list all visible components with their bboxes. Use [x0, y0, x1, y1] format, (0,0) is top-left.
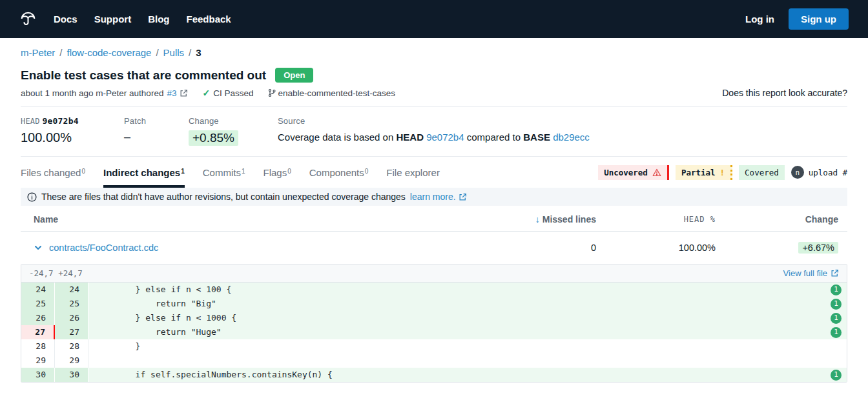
diff-panel: -24,7 +24,7 View full file 2424 } else i… [21, 264, 847, 383]
chevron-down-icon[interactable] [34, 243, 43, 252]
nav-link-feedback[interactable]: Feedback [187, 14, 231, 25]
head-line-number: 25 [55, 297, 88, 311]
tab-label: Components [309, 167, 364, 178]
upload-coverage-badge[interactable]: 1 [831, 370, 842, 381]
code-text: } else if n < 100 {1 [88, 283, 847, 297]
source-base-commit-link[interactable]: db29ecc [553, 132, 590, 143]
head-line-number: 30 [55, 368, 88, 382]
source-label: Source [278, 116, 590, 126]
external-link-icon[interactable] [180, 89, 188, 97]
diff-line: 2929 [21, 354, 847, 368]
column-header-name[interactable]: Name [34, 214, 473, 224]
stat-head: HEAD 9e072b4 100.00% [21, 116, 99, 145]
code-text [88, 354, 847, 368]
diff-line: 2727 return "Huge"1 [21, 325, 847, 339]
code-text: return "Big"1 [88, 297, 847, 311]
coverage-legend: Uncovered Partial ! Covered n upload # [598, 165, 847, 180]
upload-coverage-badge[interactable]: 1 [831, 327, 842, 338]
learn-more-link[interactable]: learn more. [410, 192, 456, 202]
code-text: } [88, 339, 847, 354]
breadcrumb: m-Peter/flow-code-coverage/Pulls/3 [21, 38, 847, 58]
report-accuracy-question[interactable]: Does this report look accurate? [722, 88, 847, 98]
diff-header: -24,7 +24,7 View full file [21, 264, 847, 283]
stat-source: Source Coverage data is based on HEAD 9e… [278, 116, 590, 143]
source-head-label: HEAD [396, 132, 424, 143]
tab-label: Flags [263, 167, 287, 178]
diff-hunk-range: -24,7 +24,7 [29, 268, 83, 278]
tab-count: 0 [287, 168, 291, 175]
tab-flags[interactable]: Flags0 [263, 157, 291, 188]
codecov-logo[interactable] [19, 10, 37, 28]
table-row: contracts/FooContract.cdc 0 100.00% +6.6… [21, 232, 847, 263]
base-line-number: 29 [21, 354, 55, 368]
tab-commits[interactable]: Commits1 [203, 157, 245, 188]
base-line-number: 28 [21, 339, 55, 354]
login-link[interactable]: Log in [745, 14, 774, 25]
source-text-prefix: Coverage data is based on [278, 132, 396, 143]
upload-coverage-badge[interactable]: 1 [831, 299, 842, 310]
diff-line: 2525 return "Big"1 [21, 297, 847, 311]
tab-files-changed[interactable]: Files changed0 [21, 157, 85, 188]
view-full-file-link[interactable]: View full file [783, 268, 827, 278]
breadcrumb-pulls[interactable]: Pulls [163, 47, 185, 58]
code-text: if self.specialNumbers.containsKey(n) {1 [88, 368, 847, 382]
tab-bar-tabs: Files changed0Indirect changes1Commits1F… [21, 157, 458, 188]
nav-links: Docs Support Blog Feedback [54, 14, 248, 25]
head-line-number: 26 [55, 311, 88, 325]
warning-triangle-icon [652, 168, 661, 177]
nav-link-docs[interactable]: Docs [54, 14, 78, 25]
column-header-change[interactable]: Change [716, 214, 838, 224]
source-base-label: BASE [523, 132, 550, 143]
head-line-number: 24 [55, 283, 88, 297]
tab-components[interactable]: Components0 [309, 157, 369, 188]
banner-text: These are files that didn't have author … [41, 192, 406, 202]
ci-check-icon: ✓ [202, 88, 210, 98]
pr-number-link[interactable]: #3 [167, 88, 176, 98]
upload-label: upload # [809, 168, 847, 177]
source-head-commit-link[interactable]: 9e072b4 [426, 132, 464, 143]
top-navbar: Docs Support Blog Feedback Log in Sign u… [0, 0, 868, 38]
pr-authored-text: about 1 month ago m-Peter authored [21, 88, 163, 98]
nav-link-support[interactable]: Support [94, 14, 132, 25]
column-header-missed-lines[interactable]: ↓ Missed lines [473, 214, 596, 224]
head-line-number: 28 [55, 339, 88, 354]
ci-status-text: CI Passed [213, 88, 253, 98]
code-text: } else if n < 1000 {1 [88, 311, 847, 325]
base-line-number: 27 [21, 325, 55, 339]
code-text: return "Huge"1 [88, 325, 847, 339]
upload-coverage-badge[interactable]: 1 [831, 284, 842, 295]
upload-coverage-badge[interactable]: 1 [831, 313, 842, 324]
source-text-middle: compared to [464, 132, 524, 143]
tab-bar: Files changed0Indirect changes1Commits1F… [21, 157, 847, 188]
change-label: Change [189, 116, 253, 126]
base-line-number: 24 [21, 283, 55, 297]
tab-label: Indirect changes [103, 167, 180, 178]
change-value-cell: +6.67% [798, 242, 838, 254]
pr-status-badge: Open [275, 68, 313, 83]
file-name-link[interactable]: contracts/FooContract.cdc [49, 243, 158, 253]
tab-label: File explorer [386, 167, 440, 178]
tab-count: 0 [365, 168, 369, 175]
sort-descending-icon: ↓ [535, 214, 540, 224]
patch-label: Patch [124, 116, 164, 126]
head-coverage-value: 100.00% [21, 130, 99, 145]
head-line-number: 29 [55, 354, 88, 368]
external-link-icon[interactable] [459, 193, 467, 201]
breadcrumb-repo[interactable]: flow-code-coverage [67, 47, 152, 58]
external-link-icon[interactable] [831, 269, 839, 277]
base-line-number: 30 [21, 368, 55, 382]
head-line-number: 27 [55, 325, 88, 339]
column-header-head-percent[interactable]: HEAD % [596, 215, 716, 224]
tab-file-explorer[interactable]: File explorer [386, 157, 440, 188]
diff-line: 3030 if self.specialNumbers.containsKey(… [21, 368, 847, 382]
tab-indirect-changes[interactable]: Indirect changes1 [103, 157, 185, 188]
change-value: +0.85% [189, 130, 238, 146]
diff-line: 2828 } [21, 339, 847, 354]
nav-link-blog[interactable]: Blog [148, 14, 169, 25]
legend-uncovered: Uncovered [598, 165, 669, 180]
legend-upload: n upload # [791, 166, 847, 179]
table-header: Name ↓ Missed lines HEAD % Change [21, 206, 847, 232]
signup-button[interactable]: Sign up [789, 8, 849, 30]
breadcrumb-owner[interactable]: m-Peter [21, 47, 55, 58]
diff-line: 2424 } else if n < 100 {1 [21, 283, 847, 297]
